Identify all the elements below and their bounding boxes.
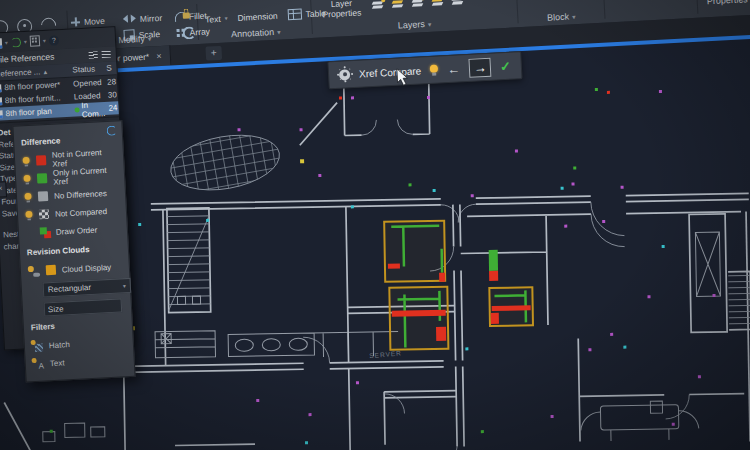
lock-icon[interactable] — [183, 12, 190, 18]
compare-active-icon — [74, 107, 79, 112]
sort-asc-icon: ▲ — [42, 69, 48, 75]
lightbulb-icon[interactable] — [23, 174, 30, 184]
attach-dwg-icon[interactable] — [0, 38, 2, 48]
chevron-down-icon[interactable]: ▾ — [5, 39, 8, 46]
server-room-label: SERVER — [369, 349, 402, 359]
ribbon-panel-annotation: Text▾ Dimension Table Annotation▾ — [198, 0, 310, 44]
chevron-down-icon: ▾ — [123, 282, 126, 289]
lightbulb-icon[interactable] — [430, 64, 439, 75]
electrical-symbols — [44, 86, 718, 449]
dwg-file-icon — [0, 97, 2, 105]
cloud-display-item[interactable]: Cloud Display — [27, 257, 122, 280]
color-swatch — [37, 173, 48, 184]
lightbulb-icon[interactable] — [24, 192, 31, 202]
properties-tool[interactable]: Properties — [706, 0, 748, 8]
block-panel-label[interactable]: Block▾ — [521, 10, 601, 24]
refresh-icon[interactable] — [11, 37, 22, 48]
revision-clouds-section-title: Revision Clouds — [27, 243, 121, 257]
change-path-icon[interactable] — [30, 35, 41, 47]
layer-freeze-icon[interactable] — [412, 0, 423, 8]
chevron-down-icon: ▾ — [428, 21, 432, 28]
filters-section-title: Filters — [31, 318, 125, 332]
layer-properties-button[interactable]: Layer Properties — [318, 0, 365, 20]
color-swatch — [38, 191, 49, 202]
app-window: Move Mirror Fillet Copy Scale Array Modi… — [0, 0, 750, 450]
list-view-icon[interactable] — [89, 51, 98, 58]
lightbulb-icon[interactable] — [25, 210, 32, 220]
table-icon — [287, 9, 302, 21]
layer-match-icon[interactable] — [452, 0, 463, 6]
xref-compare-title: Xref Compare — [359, 65, 422, 79]
cloud-bulb-icon[interactable] — [28, 265, 41, 277]
difference-section-title: Difference — [21, 133, 115, 147]
dwg-file-icon — [0, 84, 2, 92]
mirror-icon — [123, 14, 136, 24]
mouse-cursor — [396, 68, 410, 92]
new-tab-button[interactable]: + — [205, 46, 222, 61]
draw-order-swatch — [40, 227, 51, 238]
previous-difference-button[interactable]: ← — [447, 62, 461, 76]
text-filter-icon — [33, 358, 45, 370]
next-difference-button[interactable]: → — [469, 57, 492, 77]
layer-isolate-icon[interactable] — [392, 0, 403, 9]
auto-hide-button[interactable]: ‹ — [0, 181, 7, 198]
layer-off-icon[interactable] — [372, 0, 383, 10]
cloud-size-input[interactable] — [44, 298, 123, 316]
layer-lock-icon[interactable] — [432, 0, 443, 7]
chevron-down-icon: ▾ — [148, 35, 152, 42]
checker-swatch — [39, 209, 50, 220]
hatched-ellipse — [164, 123, 287, 202]
palette-title: File References — [0, 50, 55, 68]
mirror-tool[interactable]: Mirror — [123, 9, 176, 27]
sync-icon[interactable] — [106, 125, 117, 136]
chevron-down-icon[interactable]: ▾ — [43, 37, 46, 44]
text-tool[interactable]: Text▾ — [205, 10, 228, 26]
chevron-down-icon[interactable]: ▾ — [24, 38, 27, 45]
arrow-right-icon: → — [473, 60, 487, 74]
hatch-filter-icon — [32, 340, 44, 352]
legend-item-draw-order[interactable]: Draw Order — [25, 219, 120, 242]
cloud-shape-dropdown[interactable]: Rectangular ▾ — [43, 278, 132, 298]
dwg-file-icon — [0, 110, 3, 118]
chevron-down-icon: ▾ — [277, 29, 281, 36]
dimension-tool[interactable]: Dimension — [237, 8, 278, 25]
revision-clouds — [384, 219, 533, 350]
gear-icon[interactable] — [339, 69, 351, 81]
filter-text[interactable]: Text — [32, 350, 127, 373]
xref-compare-settings-panel: Difference Not in Current Xref Only in C… — [12, 120, 135, 382]
help-icon[interactable]: ? — [49, 35, 60, 46]
cloud-color-swatch — [46, 265, 57, 276]
color-swatch — [36, 155, 47, 166]
chevron-down-icon: ▾ — [224, 14, 227, 21]
move-icon — [71, 17, 80, 26]
chevron-down-icon: ▾ — [572, 13, 576, 20]
close-icon[interactable]: × — [156, 51, 162, 61]
tree-view-icon[interactable] — [102, 51, 111, 58]
lightbulb-icon[interactable] — [23, 156, 30, 166]
finish-compare-button[interactable]: ✓ — [500, 59, 512, 73]
